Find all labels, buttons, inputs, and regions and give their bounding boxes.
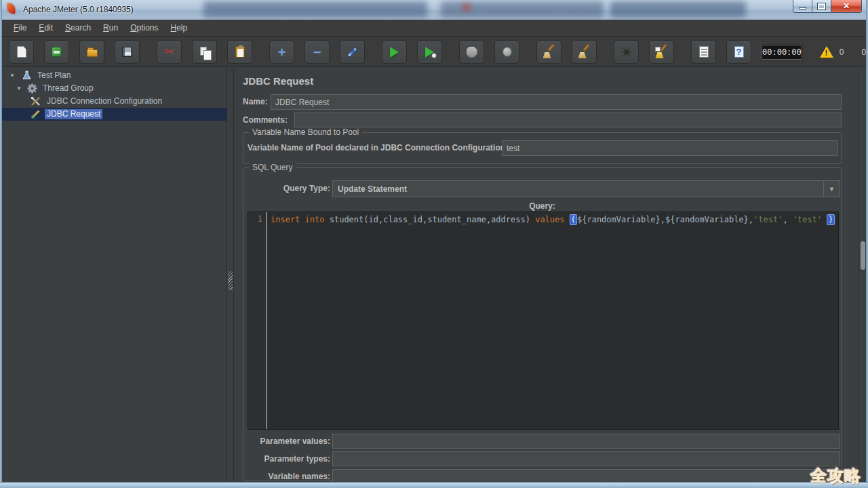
- save-button[interactable]: [115, 40, 140, 64]
- query-type-label: Query Type:: [243, 184, 330, 193]
- sql-query-section: SQL Query Query Type: Update Statement ▼…: [243, 167, 842, 481]
- sql-text: ,: [783, 215, 792, 224]
- stop-octagon-icon: [467, 47, 477, 58]
- sql-text: ${randomVariable},${randomVariable},: [577, 215, 753, 224]
- window-title: Apache JMeter (5.0 r1840935): [23, 5, 134, 14]
- sql-text: student(id,class_id,student_name,address…: [324, 215, 535, 224]
- name-label: Name:: [243, 97, 268, 106]
- menu-help[interactable]: Help: [165, 21, 194, 35]
- function-helper-button[interactable]: [691, 40, 716, 64]
- paste-button[interactable]: [227, 40, 252, 64]
- expand-arrow-icon[interactable]: ▼: [9, 73, 15, 79]
- chevron-down-icon[interactable]: ▼: [823, 181, 840, 197]
- expand-arrow-icon[interactable]: ▼: [16, 85, 22, 92]
- sql-string: 'test': [753, 215, 783, 224]
- pool-section: Variable Name Bound to Pool Variable Nam…: [243, 132, 842, 164]
- pool-section-legend: Variable Name Bound to Pool: [249, 127, 362, 137]
- help-question-icon: ?: [734, 46, 744, 58]
- menu-search[interactable]: Search: [59, 21, 97, 35]
- sql-text: [565, 215, 570, 224]
- start-play-icon: [390, 47, 399, 58]
- cut-button[interactable]: ✂: [157, 40, 182, 64]
- jdbc-request-brush-icon: [31, 109, 41, 119]
- parameter-types-input[interactable]: [332, 451, 840, 466]
- new-button[interactable]: [9, 40, 34, 64]
- expand-all-button[interactable]: +: [269, 40, 294, 64]
- window-border: [0, 0, 2, 488]
- warning-count: 0: [840, 47, 844, 57]
- menu-options[interactable]: Options: [124, 21, 164, 35]
- open-folder-icon: [87, 49, 98, 57]
- editor-line-number: 1: [248, 212, 267, 429]
- tree-item-test-plan[interactable]: ▼ Test Plan: [2, 69, 226, 82]
- sql-keyword: insert into: [271, 215, 324, 224]
- new-file-icon: [17, 46, 26, 58]
- function-helper-icon: [699, 46, 709, 58]
- stop-button[interactable]: [459, 40, 484, 64]
- panel-splitter[interactable]: [227, 68, 234, 482]
- parameter-values-label: Parameter values:: [243, 436, 330, 446]
- templates-icon: [52, 47, 62, 57]
- query-type-value: Update Statement: [333, 184, 823, 194]
- collapse-all-button[interactable]: −: [304, 40, 330, 64]
- clear-all-button[interactable]: [572, 40, 597, 64]
- help-button[interactable]: ?: [726, 40, 751, 64]
- query-type-dropdown[interactable]: Update Statement ▼: [332, 180, 840, 197]
- warning-triangle-icon: [820, 46, 833, 58]
- glass-reflection: [203, 1, 427, 18]
- sql-keyword: values: [535, 215, 564, 224]
- vertical-scrollbar[interactable]: [859, 68, 866, 481]
- close-icon: ✕: [843, 1, 850, 11]
- clear-button[interactable]: [536, 40, 561, 64]
- copy-button[interactable]: [192, 40, 217, 64]
- query-label: Query:: [243, 201, 841, 211]
- pool-variable-input[interactable]: [502, 140, 838, 156]
- jmeter-logo-icon: [6, 3, 16, 14]
- menu-file[interactable]: File: [7, 21, 33, 35]
- sql-paren-highlight: (: [570, 214, 577, 225]
- splitter-grip-handle[interactable]: [228, 271, 233, 290]
- parameter-types-label: Parameter types:: [243, 454, 330, 464]
- search-button[interactable]: [614, 40, 639, 64]
- pool-variable-label: Variable Name of Pool declared in JDBC C…: [248, 143, 508, 152]
- start-no-pauses-button[interactable]: [417, 40, 442, 64]
- start-button[interactable]: [382, 40, 407, 64]
- shutdown-button[interactable]: [494, 40, 519, 64]
- title-bar[interactable]: Apache JMeter (5.0 r1840935) ✕: [0, 0, 868, 20]
- log-warnings[interactable]: 0: [820, 46, 844, 58]
- templates-button[interactable]: [44, 40, 69, 64]
- toggle-icon: [347, 46, 357, 57]
- tree-item-jdbc-connection-configuration[interactable]: JDBC Connection Configuration: [2, 95, 226, 108]
- search-reset-button[interactable]: [649, 40, 674, 64]
- scrollbar-thumb[interactable]: [861, 241, 865, 270]
- comments-input[interactable]: [294, 113, 842, 127]
- tree-item-jdbc-request[interactable]: JDBC Request: [2, 108, 226, 121]
- toolbar: ✂ + − ? 00:00:00 0 0/0: [2, 37, 866, 67]
- menu-bar: File Edit Search Run Options Help: [2, 20, 866, 37]
- name-input[interactable]: [271, 94, 842, 110]
- menu-run[interactable]: Run: [97, 21, 124, 35]
- sql-query-editor[interactable]: 1 insert into student(id,class_id,studen…: [248, 211, 839, 430]
- comments-label: Comments:: [243, 115, 288, 125]
- watermark-text: 全攻略: [810, 465, 861, 487]
- maximize-button[interactable]: [812, 0, 831, 13]
- page-title: JDBC Request: [243, 75, 313, 87]
- collapse-all-icon: −: [313, 45, 321, 59]
- test-plan-flask-icon: [22, 70, 32, 81]
- toggle-button[interactable]: [340, 40, 365, 64]
- shutdown-circle-icon: [502, 47, 512, 57]
- thread-group-gear-icon: [27, 83, 37, 94]
- sql-code-area[interactable]: insert into student(id,class_id,student_…: [267, 212, 838, 429]
- tree-item-thread-group[interactable]: ▼ Thread Group: [2, 82, 226, 95]
- minimize-icon: [799, 7, 806, 9]
- copy-icon: [200, 47, 207, 56]
- save-floppy-icon: [122, 47, 132, 57]
- clear-all-broom-icon: [578, 45, 591, 58]
- parameter-values-input[interactable]: [332, 434, 840, 449]
- close-button[interactable]: ✕: [831, 0, 862, 13]
- test-plan-tree: ▼ Test Plan ▼ Thread Group: [2, 68, 227, 482]
- minimize-button[interactable]: [793, 0, 812, 13]
- open-button[interactable]: [79, 40, 104, 64]
- menu-edit[interactable]: Edit: [33, 21, 59, 35]
- jdbc-request-panel: JDBC Request Name: Comments: Variable Na…: [234, 66, 856, 483]
